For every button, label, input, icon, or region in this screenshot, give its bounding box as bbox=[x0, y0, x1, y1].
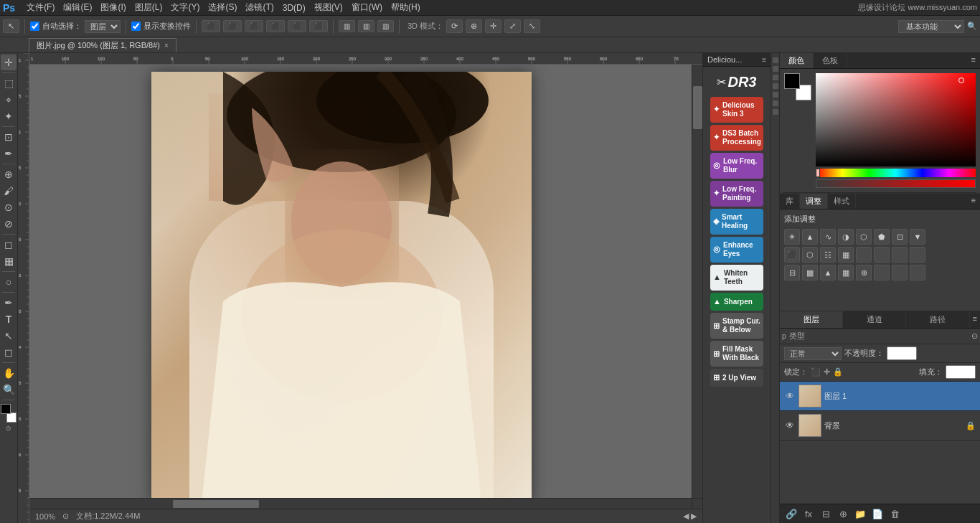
layer-filter-icon[interactable]: ⊙ bbox=[971, 331, 978, 341]
lasso-tool[interactable]: ⌖ bbox=[1, 92, 17, 108]
brush-tool[interactable]: 🖌 bbox=[1, 183, 17, 199]
color-swatches-tool[interactable] bbox=[1, 404, 17, 423]
hue-slider[interactable] bbox=[816, 169, 976, 177]
panel-tab-layers[interactable]: 图层 bbox=[780, 311, 843, 328]
auto-select-checkbox[interactable] bbox=[30, 22, 39, 31]
pen-tool[interactable]: ✒ bbox=[1, 295, 17, 311]
eyedropper-tool[interactable]: ✒ bbox=[1, 146, 17, 161]
dr3-delicious-skin-btn[interactable]: ✦ DeliciousSkin 3 bbox=[710, 97, 763, 123]
align-center-btn[interactable]: ⬛ bbox=[223, 20, 242, 32]
eraser-tool[interactable]: ◻ bbox=[1, 237, 17, 253]
adj-invert[interactable]: ⊟ bbox=[784, 265, 800, 281]
adj-levels[interactable]: ▲ bbox=[802, 229, 818, 245]
dodge-tool[interactable]: ○ bbox=[1, 274, 17, 290]
3d-pan-btn[interactable]: ✛ bbox=[485, 19, 501, 33]
tab-adjustment[interactable]: 调整 bbox=[800, 194, 828, 209]
align-right-btn[interactable]: ⬛ bbox=[245, 20, 263, 32]
panel-tab-paths[interactable]: 路径 bbox=[906, 311, 969, 328]
search-icon[interactable]: 🔍 bbox=[967, 22, 977, 31]
menu-3d[interactable]: 3D(D) bbox=[278, 3, 310, 13]
lock-pos-icon[interactable]: ✛ bbox=[824, 367, 830, 377]
layer-effect-btn[interactable]: fx bbox=[801, 506, 816, 521]
3d-orbit-btn[interactable]: ⊕ bbox=[466, 19, 482, 33]
dr3-enhance-eyes-btn[interactable]: ◎ EnhanceEyes bbox=[710, 237, 763, 263]
adj-threshold[interactable]: ▲ bbox=[820, 265, 836, 281]
auto-select-dropdown[interactable]: 图层 bbox=[85, 20, 121, 33]
adj-colorlookup[interactable]: ▦ bbox=[838, 247, 854, 263]
menu-layer[interactable]: 图层(L) bbox=[131, 1, 167, 14]
clone-stamp-tool[interactable]: ⊙ bbox=[1, 199, 17, 215]
align-bottom-btn[interactable]: ⬛ bbox=[309, 20, 328, 32]
fg-color-swatch[interactable] bbox=[1, 404, 11, 414]
tab-style[interactable]: 样式 bbox=[828, 194, 856, 209]
adj-brightness[interactable]: ☀ bbox=[784, 229, 800, 245]
3d-rotate-btn[interactable]: ⟳ bbox=[446, 19, 463, 33]
align-top-btn[interactable]: ⬛ bbox=[266, 20, 285, 32]
collapse-btn-4[interactable] bbox=[773, 83, 778, 89]
document-tab-active[interactable]: 图片.jpg @ 100% (图层 1, RGB/8#) × bbox=[29, 38, 176, 52]
layer-1-visibility-icon[interactable]: 👁 bbox=[784, 390, 796, 402]
layer-item-1[interactable]: 👁 图层 1 bbox=[780, 382, 980, 411]
shape-tool[interactable]: ◻ bbox=[1, 344, 17, 360]
dr3-whiten-teeth-btn[interactable]: ▲ WhitenTeeth bbox=[710, 265, 763, 291]
3d-slide-btn[interactable]: ⤢ bbox=[504, 19, 521, 33]
hand-tool[interactable]: ✋ bbox=[1, 365, 17, 381]
dr3-lowfreq-blur-btn[interactable]: ◎ Low Freq.Blur bbox=[710, 153, 763, 179]
adj-down-arrow[interactable]: ▼ bbox=[910, 229, 925, 245]
workspace-preset-select[interactable]: 基本功能 bbox=[898, 20, 964, 33]
magic-wand-tool[interactable]: ✦ bbox=[1, 108, 17, 124]
horizontal-scrollbar[interactable] bbox=[29, 498, 692, 509]
lock-pixels-icon[interactable]: ⬛ bbox=[811, 367, 821, 377]
panel-tab-channels[interactable]: 通道 bbox=[843, 311, 906, 328]
fill-input[interactable]: 100% bbox=[946, 365, 976, 379]
tab-library[interactable]: 库 bbox=[780, 194, 800, 209]
3d-scale-btn[interactable]: ⤡ bbox=[524, 19, 540, 33]
dr3-stamp-btn[interactable]: ⊞ Stamp Cur.& Below bbox=[710, 313, 763, 339]
menu-text[interactable]: 文字(Y) bbox=[166, 1, 204, 14]
fg-bg-swatches[interactable] bbox=[784, 73, 811, 100]
adj-gradmap[interactable]: ▦ bbox=[838, 265, 854, 281]
adj-channelmixer[interactable]: ☷ bbox=[820, 247, 836, 263]
adj-vibrance[interactable]: ⬡ bbox=[856, 229, 872, 245]
h-scrollbar-thumb[interactable] bbox=[173, 500, 259, 508]
adj-blackwhite[interactable]: ⬛ bbox=[784, 247, 800, 263]
fg-color-box[interactable] bbox=[784, 73, 800, 89]
dr3-fillmask-btn[interactable]: ⊞ Fill MaskWith Black bbox=[710, 341, 763, 367]
canvas-area[interactable] bbox=[29, 65, 702, 498]
adj-selectcolor[interactable]: ⊕ bbox=[856, 265, 872, 281]
opacity-input[interactable]: 100% bbox=[887, 347, 917, 360]
color-saturation-field[interactable] bbox=[816, 73, 976, 166]
text-tool[interactable]: T bbox=[1, 311, 17, 327]
show-transform-checkbox[interactable] bbox=[131, 22, 141, 31]
adj-exposure[interactable]: ◑ bbox=[838, 229, 854, 245]
menu-view[interactable]: 视图(V) bbox=[310, 1, 347, 14]
menu-file[interactable]: 文件(F) bbox=[22, 1, 59, 14]
layer-delete-btn[interactable]: 🗑 bbox=[887, 506, 902, 521]
vertical-scrollbar[interactable] bbox=[692, 65, 702, 498]
adj-curves[interactable]: ∿ bbox=[820, 229, 836, 245]
layer-item-bg[interactable]: 👁 背景 🔒 bbox=[780, 411, 980, 440]
menu-filter[interactable]: 滤镜(T) bbox=[241, 1, 278, 14]
adj-colorbalance[interactable]: ⊡ bbox=[892, 229, 908, 245]
dr3-smart-healing-btn[interactable]: ◈ SmartHealing bbox=[710, 209, 763, 235]
blend-mode-select[interactable]: 正常 bbox=[784, 347, 842, 360]
collapse-btn-3[interactable] bbox=[773, 75, 778, 80]
menu-help[interactable]: 帮助(H) bbox=[387, 1, 425, 14]
spot-heal-tool[interactable]: ⊕ bbox=[1, 166, 17, 182]
distribute-center-btn[interactable]: ▥ bbox=[358, 20, 374, 32]
quick-mask-btn[interactable]: ⊙ bbox=[6, 425, 11, 432]
distribute-left-btn[interactable]: ▥ bbox=[339, 20, 355, 32]
history-brush-tool[interactable]: ⊘ bbox=[1, 216, 17, 232]
move-tool[interactable]: ✛ bbox=[1, 55, 17, 70]
status-icon[interactable]: ⊙ bbox=[62, 512, 69, 521]
adj-posterize[interactable]: ▩ bbox=[802, 265, 818, 281]
adj-hsl[interactable]: ⬟ bbox=[874, 229, 890, 245]
adj-panel-menu[interactable]: ≡ bbox=[967, 194, 980, 209]
layers-panel-menu[interactable]: ≡ bbox=[970, 311, 980, 328]
tab-color[interactable]: 颜色 bbox=[780, 53, 814, 68]
distribute-right-btn[interactable]: ▥ bbox=[377, 20, 394, 32]
layer-link-btn[interactable]: 🔗 bbox=[784, 506, 798, 521]
crop-tool[interactable]: ⊡ bbox=[1, 129, 17, 145]
collapse-btn-7[interactable] bbox=[773, 109, 778, 115]
menu-image[interactable]: 图像(I) bbox=[96, 1, 130, 14]
